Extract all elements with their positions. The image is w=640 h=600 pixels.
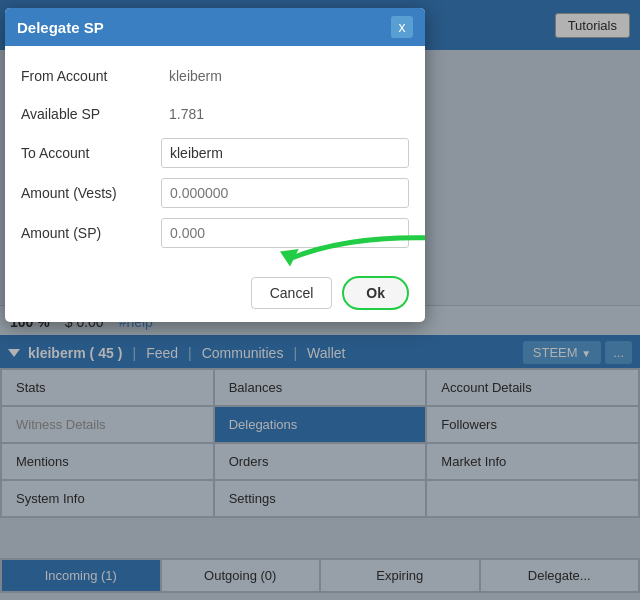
input-amount-vests[interactable]	[161, 178, 409, 208]
label-from-account: From Account	[21, 68, 151, 84]
value-from-account: kleiberm	[161, 62, 409, 90]
input-amount-sp[interactable]	[161, 218, 409, 248]
ok-button[interactable]: Ok	[342, 276, 409, 310]
label-available-sp: Available SP	[21, 106, 151, 122]
label-amount-vests: Amount (Vests)	[21, 185, 151, 201]
cancel-button[interactable]: Cancel	[251, 277, 333, 309]
modal-close-button[interactable]: x	[391, 16, 413, 38]
modal-footer: Cancel Ok	[5, 264, 425, 322]
modal-header: Delegate SP x	[5, 8, 425, 46]
delegate-sp-modal: Delegate SP x From Account kleiberm Avai…	[5, 8, 425, 322]
form-row-from-account: From Account kleiberm	[21, 62, 409, 90]
form-row-amount-sp: Amount (SP)	[21, 218, 409, 248]
form-row-available-sp: Available SP 1.781	[21, 100, 409, 128]
input-to-account[interactable]	[161, 138, 409, 168]
form-row-to-account: To Account	[21, 138, 409, 168]
modal-overlay: Delegate SP x From Account kleiberm Avai…	[0, 0, 640, 600]
label-to-account: To Account	[21, 145, 151, 161]
form-row-amount-vests: Amount (Vests)	[21, 178, 409, 208]
label-amount-sp: Amount (SP)	[21, 225, 151, 241]
value-available-sp: 1.781	[161, 100, 409, 128]
modal-body: From Account kleiberm Available SP 1.781…	[5, 46, 425, 264]
modal-title: Delegate SP	[17, 19, 104, 36]
